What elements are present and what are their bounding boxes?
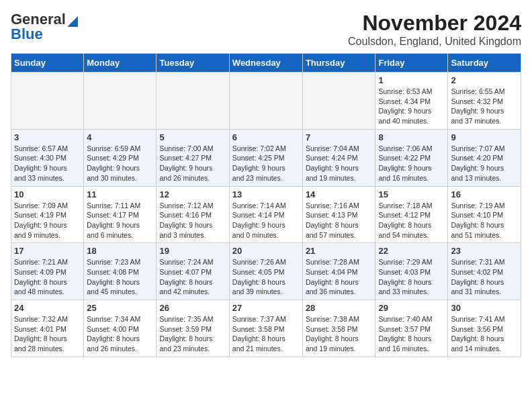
calendar-cell — [302, 73, 375, 130]
day-info: Sunrise: 7:07 AM Sunset: 4:20 PM Dayligh… — [451, 144, 518, 183]
day-info: Sunrise: 7:00 AM Sunset: 4:27 PM Dayligh… — [159, 144, 226, 183]
day-info: Sunrise: 7:37 AM Sunset: 3:58 PM Dayligh… — [232, 314, 300, 354]
calendar-cell: 9Sunrise: 7:07 AM Sunset: 4:20 PM Daylig… — [448, 129, 521, 186]
day-info: Sunrise: 7:29 AM Sunset: 4:03 PM Dayligh… — [378, 257, 445, 297]
calendar-cell — [84, 73, 157, 130]
day-number: 19 — [159, 246, 226, 256]
day-number: 23 — [451, 246, 518, 256]
day-number: 8 — [378, 132, 445, 142]
day-info: Sunrise: 7:11 AM Sunset: 4:17 PM Dayligh… — [87, 201, 153, 240]
day-number: 1 — [378, 75, 445, 85]
day-number: 16 — [451, 189, 518, 199]
day-info: Sunrise: 7:19 AM Sunset: 4:10 PM Dayligh… — [451, 201, 518, 240]
day-number: 24 — [14, 303, 81, 313]
day-header-wednesday: Wednesday — [229, 54, 302, 73]
day-info: Sunrise: 7:02 AM Sunset: 4:25 PM Dayligh… — [232, 144, 300, 183]
day-number: 4 — [87, 132, 153, 142]
svg-marker-0 — [67, 16, 78, 27]
day-number: 27 — [232, 303, 300, 313]
day-info: Sunrise: 6:59 AM Sunset: 4:29 PM Dayligh… — [87, 144, 153, 183]
day-info: Sunrise: 7:16 AM Sunset: 4:13 PM Dayligh… — [306, 201, 373, 240]
day-info: Sunrise: 7:34 AM Sunset: 4:00 PM Dayligh… — [87, 314, 153, 354]
day-info: Sunrise: 6:57 AM Sunset: 4:30 PM Dayligh… — [14, 144, 81, 183]
calendar-cell: 20Sunrise: 7:26 AM Sunset: 4:05 PM Dayli… — [229, 243, 302, 300]
logo-arrow-icon — [67, 12, 78, 27]
day-header-friday: Friday — [375, 54, 448, 73]
day-header-saturday: Saturday — [448, 54, 521, 73]
day-number: 3 — [14, 132, 81, 142]
day-number: 22 — [378, 246, 445, 256]
calendar-cell: 10Sunrise: 7:09 AM Sunset: 4:19 PM Dayli… — [11, 186, 84, 243]
day-info: Sunrise: 7:06 AM Sunset: 4:22 PM Dayligh… — [378, 144, 445, 183]
calendar-cell: 30Sunrise: 7:41 AM Sunset: 3:56 PM Dayli… — [448, 300, 521, 357]
day-info: Sunrise: 7:32 AM Sunset: 4:01 PM Dayligh… — [14, 314, 81, 354]
day-header-sunday: Sunday — [11, 54, 84, 73]
day-number: 14 — [306, 189, 373, 199]
calendar-cell: 2Sunrise: 6:55 AM Sunset: 4:32 PM Daylig… — [448, 73, 521, 130]
calendar-cell: 17Sunrise: 7:21 AM Sunset: 4:09 PM Dayli… — [11, 243, 84, 300]
day-info: Sunrise: 7:31 AM Sunset: 4:02 PM Dayligh… — [451, 257, 518, 297]
calendar-week-row: 3Sunrise: 6:57 AM Sunset: 4:30 PM Daylig… — [11, 129, 521, 186]
logo: General Blue — [11, 11, 78, 43]
day-number: 13 — [232, 189, 300, 199]
month-title: November 2024 — [348, 11, 521, 36]
calendar-week-row: 24Sunrise: 7:32 AM Sunset: 4:01 PM Dayli… — [11, 300, 521, 357]
day-info: Sunrise: 7:23 AM Sunset: 4:08 PM Dayligh… — [87, 257, 153, 297]
page-header: General Blue November 2024 Coulsdon, Eng… — [11, 11, 521, 48]
day-number: 21 — [306, 246, 373, 256]
day-info: Sunrise: 7:28 AM Sunset: 4:04 PM Dayligh… — [306, 257, 373, 297]
day-info: Sunrise: 7:40 AM Sunset: 3:57 PM Dayligh… — [378, 314, 445, 354]
day-info: Sunrise: 6:53 AM Sunset: 4:34 PM Dayligh… — [378, 87, 445, 126]
day-info: Sunrise: 7:18 AM Sunset: 4:12 PM Dayligh… — [378, 201, 445, 240]
day-number: 6 — [232, 132, 300, 142]
day-number: 5 — [159, 132, 226, 142]
calendar-table: SundayMondayTuesdayWednesdayThursdayFrid… — [11, 53, 521, 357]
day-number: 29 — [378, 303, 445, 313]
calendar-cell: 4Sunrise: 6:59 AM Sunset: 4:29 PM Daylig… — [84, 129, 157, 186]
day-number: 28 — [306, 303, 373, 313]
calendar-cell: 18Sunrise: 7:23 AM Sunset: 4:08 PM Dayli… — [84, 243, 157, 300]
day-header-monday: Monday — [84, 54, 157, 73]
calendar-cell — [157, 73, 229, 130]
day-number: 10 — [14, 189, 81, 199]
day-number: 18 — [87, 246, 153, 256]
day-number: 20 — [232, 246, 300, 256]
day-number: 25 — [87, 303, 153, 313]
day-info: Sunrise: 7:24 AM Sunset: 4:07 PM Dayligh… — [159, 257, 226, 297]
day-header-tuesday: Tuesday — [157, 54, 229, 73]
calendar-cell: 7Sunrise: 7:04 AM Sunset: 4:24 PM Daylig… — [302, 129, 375, 186]
calendar-cell: 19Sunrise: 7:24 AM Sunset: 4:07 PM Dayli… — [157, 243, 229, 300]
day-info: Sunrise: 7:09 AM Sunset: 4:19 PM Dayligh… — [14, 201, 81, 240]
calendar-cell: 27Sunrise: 7:37 AM Sunset: 3:58 PM Dayli… — [229, 300, 302, 357]
day-info: Sunrise: 6:55 AM Sunset: 4:32 PM Dayligh… — [451, 87, 518, 126]
day-number: 11 — [87, 189, 153, 199]
calendar-cell: 24Sunrise: 7:32 AM Sunset: 4:01 PM Dayli… — [11, 300, 84, 357]
calendar-cell: 11Sunrise: 7:11 AM Sunset: 4:17 PM Dayli… — [84, 186, 157, 243]
calendar-cell: 14Sunrise: 7:16 AM Sunset: 4:13 PM Dayli… — [302, 186, 375, 243]
day-header-thursday: Thursday — [302, 54, 375, 73]
day-number: 17 — [14, 246, 81, 256]
calendar-cell — [229, 73, 302, 130]
calendar-cell: 23Sunrise: 7:31 AM Sunset: 4:02 PM Dayli… — [448, 243, 521, 300]
day-number: 30 — [451, 303, 518, 313]
calendar-cell: 26Sunrise: 7:35 AM Sunset: 3:59 PM Dayli… — [157, 300, 229, 357]
calendar-cell: 5Sunrise: 7:00 AM Sunset: 4:27 PM Daylig… — [157, 129, 229, 186]
day-number: 7 — [306, 132, 373, 142]
calendar-cell: 12Sunrise: 7:12 AM Sunset: 4:16 PM Dayli… — [157, 186, 229, 243]
calendar-header-row: SundayMondayTuesdayWednesdayThursdayFrid… — [11, 54, 521, 73]
day-info: Sunrise: 7:14 AM Sunset: 4:14 PM Dayligh… — [232, 201, 300, 240]
location-title: Coulsdon, England, United Kingdom — [348, 36, 521, 48]
calendar-cell: 25Sunrise: 7:34 AM Sunset: 4:00 PM Dayli… — [84, 300, 157, 357]
calendar-cell: 28Sunrise: 7:38 AM Sunset: 3:58 PM Dayli… — [302, 300, 375, 357]
day-info: Sunrise: 7:38 AM Sunset: 3:58 PM Dayligh… — [306, 314, 373, 354]
day-number: 12 — [159, 189, 226, 199]
calendar-cell: 21Sunrise: 7:28 AM Sunset: 4:04 PM Dayli… — [302, 243, 375, 300]
calendar-cell — [11, 73, 84, 130]
day-number: 15 — [378, 189, 445, 199]
calendar-cell: 22Sunrise: 7:29 AM Sunset: 4:03 PM Dayli… — [375, 243, 448, 300]
day-number: 2 — [451, 75, 518, 85]
calendar-cell: 3Sunrise: 6:57 AM Sunset: 4:30 PM Daylig… — [11, 129, 84, 186]
day-number: 9 — [451, 132, 518, 142]
calendar-week-row: 10Sunrise: 7:09 AM Sunset: 4:19 PM Dayli… — [11, 186, 521, 243]
day-info: Sunrise: 7:04 AM Sunset: 4:24 PM Dayligh… — [306, 144, 373, 183]
